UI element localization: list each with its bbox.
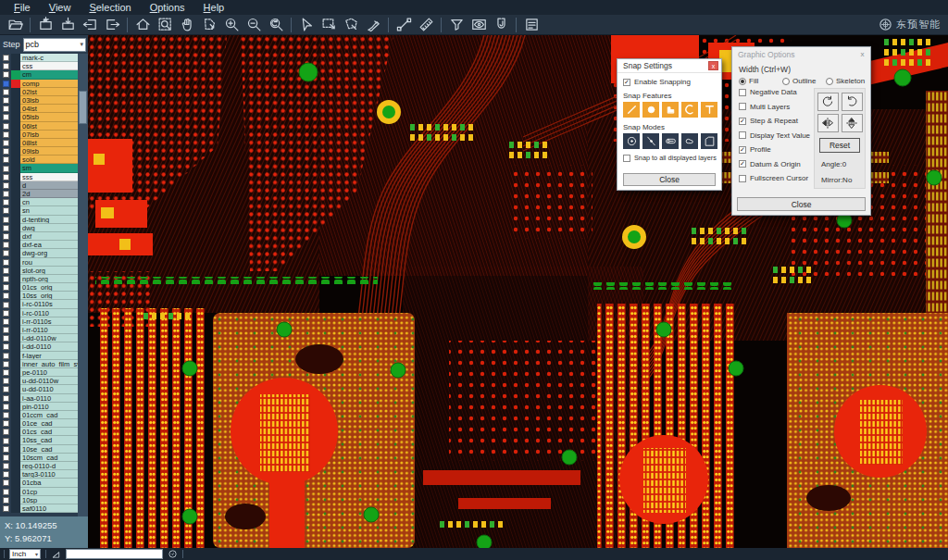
snap-arc-icon[interactable] — [681, 102, 698, 118]
snap-corner-icon[interactable] — [701, 133, 717, 149]
close-icon[interactable]: x — [857, 50, 867, 59]
unit-combobox[interactable]: Inch ▾ — [9, 549, 41, 559]
layer-row-07lsb[interactable]: 07lsb — [0, 131, 78, 139]
layer-list-scrollbar[interactable] — [78, 54, 88, 516]
menu-item-file[interactable]: File — [6, 2, 39, 13]
layer-visibility-checkbox[interactable] — [0, 334, 11, 342]
layer-visibility-checkbox[interactable] — [0, 206, 11, 215]
layer-row-01ccm_cad[interactable]: 01ccm_cad — [0, 411, 78, 419]
layer-visibility-checkbox[interactable] — [0, 488, 11, 496]
checkbox-datum-origin[interactable]: ✓Datum & Origin — [739, 160, 814, 168]
layer-row-sn[interactable]: sn — [0, 206, 78, 215]
menu-item-options[interactable]: Options — [142, 2, 193, 13]
layer-visibility-checkbox[interactable] — [0, 267, 11, 275]
home-icon[interactable] — [131, 16, 154, 34]
layer-row-d-tenting[interactable]: d-tenting — [0, 216, 78, 224]
layer-row-sm[interactable]: sm — [0, 164, 78, 172]
measure-line-icon[interactable] — [393, 16, 415, 34]
layer-visibility-checkbox[interactable] — [0, 88, 11, 96]
import-left-icon[interactable] — [79, 16, 101, 34]
checkbox-fullscreen-cursor[interactable]: Fullscreen Cursor — [739, 174, 814, 182]
layer-row-dwg-org[interactable]: dwg-org — [0, 249, 78, 257]
rotate-ccw-icon[interactable] — [842, 93, 863, 111]
checkbox-negative-data[interactable]: Negative Data — [739, 88, 814, 96]
layer-visibility-checkbox[interactable] — [0, 190, 11, 198]
radio-skeleton[interactable]: Skeleton — [826, 77, 869, 85]
scrollbar-thumb[interactable] — [79, 91, 87, 124]
layer-visibility-checkbox[interactable] — [0, 462, 11, 470]
layer-row-reg-0110-d[interactable]: reg-0110-d — [0, 462, 78, 470]
layer-visibility-checkbox[interactable] — [0, 394, 11, 403]
layer-row-i-rc-0110[interactable]: i-rc-0110 — [0, 309, 78, 317]
layer-visibility-checkbox[interactable] — [0, 224, 11, 232]
layer-visibility-checkbox[interactable] — [0, 216, 11, 224]
layer-row-cn[interactable]: cn — [0, 198, 78, 206]
layer-visibility-checkbox[interactable] — [0, 419, 11, 428]
layer-visibility-checkbox[interactable] — [0, 80, 11, 88]
layer-visibility-checkbox[interactable] — [0, 445, 11, 454]
layer-row-10sp[interactable]: 10sp — [0, 496, 78, 504]
open-folder-icon[interactable] — [4, 16, 26, 34]
layer-visibility-checkbox[interactable] — [0, 411, 11, 419]
layer-visibility-checkbox[interactable] — [0, 54, 11, 62]
layer-visibility-checkbox[interactable] — [0, 232, 11, 241]
save-page-icon[interactable] — [34, 16, 56, 34]
layer-visibility-checkbox[interactable] — [0, 342, 11, 351]
layer-row-u-dd-0110w[interactable]: u-dd-0110w — [0, 377, 78, 385]
snap-text-icon[interactable] — [701, 102, 717, 118]
brush-icon[interactable] — [362, 16, 384, 34]
layer-visibility-checkbox[interactable] — [0, 249, 11, 257]
apply-circle-icon[interactable] — [168, 549, 178, 559]
checkbox-icon[interactable] — [623, 155, 630, 162]
layer-row-i-rc-0110s[interactable]: i-rc-0110s — [0, 300, 78, 308]
layer-visibility-checkbox[interactable] — [0, 241, 11, 249]
snap-magnet-icon[interactable] — [490, 16, 512, 34]
layer-visibility-checkbox[interactable] — [0, 300, 11, 308]
zoom-in-icon[interactable] — [220, 16, 243, 34]
layer-row-i-dd-0110[interactable]: i-dd-0110 — [0, 342, 78, 351]
layer-visibility-checkbox[interactable] — [0, 326, 11, 334]
menu-item-view[interactable]: View — [41, 2, 80, 13]
layer-row-mark-c[interactable]: mark-c — [0, 54, 78, 62]
snap-all-layers-checkbox[interactable]: Snap to all displayed layers — [623, 154, 721, 162]
step-combobox[interactable]: pcb ▾ — [23, 38, 86, 52]
snap-settings-titlebar[interactable]: Snap Settings x — [617, 59, 721, 73]
layer-visibility-checkbox[interactable] — [0, 164, 11, 172]
rotate-cw-icon[interactable] — [817, 93, 839, 111]
layer-visibility-checkbox[interactable] — [0, 309, 11, 317]
zoom-window-icon[interactable] — [154, 16, 176, 34]
select-rect-icon[interactable] — [318, 16, 340, 34]
snap-pad-icon[interactable] — [642, 102, 659, 118]
graphic-close-button[interactable]: Close — [737, 197, 866, 211]
layer-row-i-aa-0110[interactable]: i-aa-0110 — [0, 394, 78, 403]
pointer-icon[interactable] — [295, 16, 318, 34]
layer-row-01cp[interactable]: 01cp — [0, 488, 78, 496]
enable-snapping-checkbox[interactable]: ✓ Enable Snapping — [623, 78, 721, 86]
layer-row-u-dd-0110[interactable]: u-dd-0110 — [0, 385, 78, 393]
menu-item-help[interactable]: Help — [195, 2, 233, 13]
new-sheet-icon[interactable] — [51, 549, 61, 559]
layer-visibility-checkbox[interactable] — [0, 131, 11, 139]
layer-row-06lst[interactable]: 06lst — [0, 122, 78, 131]
layer-visibility-checkbox[interactable] — [0, 122, 11, 131]
layer-row-01cba[interactable]: 01cba — [0, 479, 78, 487]
layer-row-dxf-ea[interactable]: dxf-ea — [0, 241, 78, 249]
layer-row-comp[interactable]: comp — [0, 80, 78, 88]
layer-row-slot-org[interactable]: slot-org — [0, 267, 78, 275]
checkbox-icon[interactable]: ✓ — [623, 79, 630, 86]
checkbox-multi-layers[interactable]: Multi Layers — [739, 103, 814, 111]
layer-row-03lsb[interactable]: 03lsb — [0, 96, 78, 105]
radio-fill[interactable]: Fill — [739, 77, 782, 85]
layer-visibility-checkbox[interactable] — [0, 385, 11, 393]
layer-visibility-checkbox[interactable] — [0, 403, 11, 411]
layer-row-d[interactable]: d — [0, 181, 78, 190]
layer-visibility-checkbox[interactable] — [0, 258, 11, 267]
layer-visibility-checkbox[interactable] — [0, 479, 11, 487]
layer-visibility-checkbox[interactable] — [0, 113, 11, 121]
layer-row-dxf[interactable]: dxf — [0, 232, 78, 241]
layer-row-01cs_cad[interactable]: 01cs_cad — [0, 428, 78, 436]
layer-row-10scm_cad[interactable]: 10scm_cad — [0, 454, 78, 462]
checkbox-profile[interactable]: ✓Profile — [739, 145, 814, 154]
layer-visibility-checkbox[interactable] — [0, 470, 11, 479]
checkbox-step-repeat[interactable]: ✓Step & Repeat — [739, 117, 814, 125]
